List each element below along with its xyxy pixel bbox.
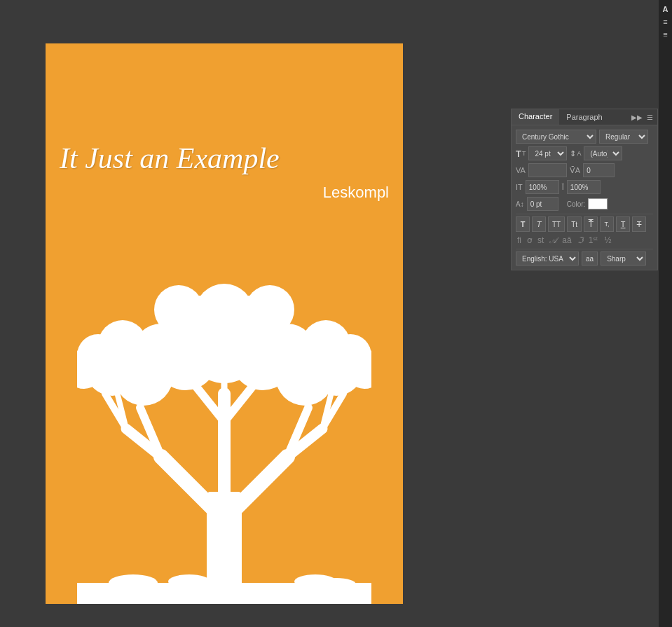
kerning-input[interactable] (528, 163, 567, 177)
svg-point-38 (168, 574, 210, 588)
character-panel: Character Paragraph ▶▶ ☰ Century Gothic … (511, 109, 658, 270)
kerning-icon: VA (516, 166, 526, 174)
aa-button[interactable]: aa (582, 252, 598, 266)
document-canvas: It Just an Example Leskompl (46, 43, 403, 604)
glyph-aa-bar[interactable]: aā (561, 235, 572, 246)
type-btn-italic[interactable]: T (532, 216, 546, 232)
font-size-icon-label: TT (516, 149, 526, 159)
panel-menu-icon[interactable]: ☰ (645, 112, 654, 123)
type-btn-bold[interactable]: T (516, 216, 530, 232)
tracking-input[interactable] (583, 163, 615, 177)
language-aa-row: English: USA aa Sharp (516, 252, 653, 266)
color-label: Color: (567, 200, 586, 208)
font-family-row: Century Gothic Regular (516, 130, 653, 144)
tree-illustration (77, 268, 371, 604)
leading-icon-label: ⇕A (570, 149, 581, 158)
anti-aliasing-select[interactable]: Sharp (601, 252, 646, 266)
font-size-select[interactable]: 24 pt (528, 146, 567, 160)
vert-scale-input[interactable] (567, 180, 601, 194)
tab-character[interactable]: Character (512, 109, 559, 125)
font-size-row: TT 24 pt ⇕A (Auto) (516, 146, 653, 160)
svg-line-2 (161, 457, 217, 513)
baseline-color-row: A↕ Color: (516, 197, 653, 211)
tool-icon-1[interactable]: A (660, 4, 671, 15)
glyph-fraction[interactable]: ½ (603, 235, 612, 246)
tool-icon-3[interactable]: ≡ (660, 29, 671, 40)
glyph-fraktur[interactable]: ℑ (576, 235, 584, 246)
divider-1 (516, 214, 653, 214)
canvas-area: It Just an Example Leskompl (0, 0, 659, 627)
ps-toolbar: A ≡ ≡ (659, 0, 672, 627)
panel-body: Century Gothic Regular TT 24 pt ⇕A (Auto… (512, 125, 657, 270)
tracking-icon: V̄A (570, 166, 580, 175)
horiz-scale-input[interactable] (526, 180, 559, 194)
type-style-buttons: T T TT Tt T̄ T, T T (516, 216, 653, 232)
type-btn-super[interactable]: T̄ (584, 216, 598, 232)
svg-point-25 (195, 284, 254, 343)
panel-tabs: Character Paragraph ▶▶ ☰ (512, 109, 657, 125)
leading-select[interactable]: (Auto) (584, 146, 622, 160)
language-select[interactable]: English: USA (516, 252, 579, 266)
color-swatch[interactable] (588, 198, 608, 209)
svg-point-33 (245, 285, 294, 334)
glyph-ornament[interactable]: ơ (526, 235, 533, 246)
svg-point-37 (109, 574, 158, 591)
canvas-subtitle: Leskompl (60, 184, 389, 202)
svg-point-40 (317, 578, 356, 591)
panel-expand-icon[interactable]: ▶▶ (630, 112, 644, 123)
canvas-title: It Just an Example (60, 142, 280, 175)
svg-line-7 (231, 457, 287, 513)
font-family-select[interactable]: Century Gothic (516, 130, 596, 144)
glyph-script[interactable]: 𝒜 (548, 235, 558, 246)
glyph-fi[interactable]: fi (516, 235, 523, 246)
type-btn-allcaps[interactable]: TT (548, 216, 565, 232)
glyph-buttons: fi ơ st 𝒜 aā ℑ 1ˢᵗ ½ (516, 235, 653, 246)
type-btn-strikethrough[interactable]: T (632, 216, 646, 232)
glyph-st[interactable]: st (536, 235, 545, 246)
svg-point-32 (154, 285, 203, 334)
horiz-scale-icon: IT (516, 183, 523, 191)
type-btn-sub[interactable]: T, (600, 216, 614, 232)
baseline-icon: A↕ (516, 200, 524, 208)
type-btn-smallcaps[interactable]: Tt (567, 216, 582, 232)
vert-scale-icon: Ī (562, 183, 564, 191)
type-btn-underline[interactable]: T (616, 216, 630, 232)
font-style-select[interactable]: Regular (599, 130, 648, 144)
tool-icon-2[interactable]: ≡ (660, 16, 671, 27)
tab-paragraph[interactable]: Paragraph (559, 110, 609, 124)
kerning-row: VA V̄A (516, 163, 653, 177)
scale-row: IT Ī (516, 180, 653, 194)
panel-tab-icons: ▶▶ ☰ (630, 112, 657, 123)
glyph-ordinal[interactable]: 1ˢᵗ (587, 235, 601, 246)
baseline-input[interactable] (527, 197, 558, 211)
divider-2 (516, 249, 653, 249)
